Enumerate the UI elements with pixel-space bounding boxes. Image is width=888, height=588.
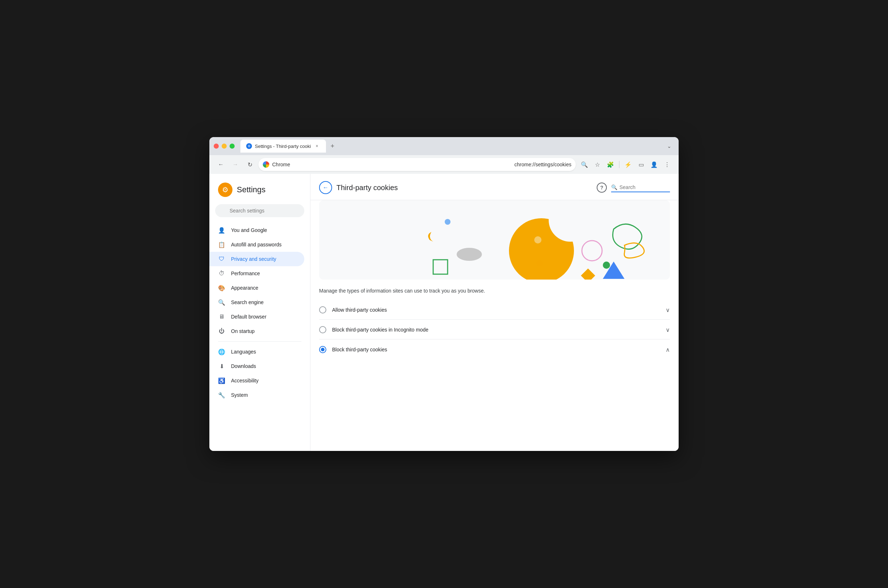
sidebar-divider xyxy=(218,341,301,342)
svg-point-6 xyxy=(457,248,482,261)
settings-container: ⚙ Settings 👤 You and Google 📋 Autofill a… xyxy=(209,174,679,451)
sidebar-item-performance[interactable]: ⏱ Performance xyxy=(209,266,304,280)
svg-rect-7 xyxy=(433,260,448,274)
page-header-right: ? 🔍 xyxy=(597,183,670,193)
tab-favicon: ⚙ xyxy=(246,143,252,149)
appearance-icon: 🎨 xyxy=(218,284,225,291)
radio-chevron-allow: ∨ xyxy=(666,307,670,314)
you-and-google-icon: 👤 xyxy=(218,226,225,234)
sidebar-item-on-startup[interactable]: ⏻ On startup xyxy=(209,324,304,338)
url-text: chrome://settings/cookies xyxy=(514,162,571,167)
sidebar-label-performance: Performance xyxy=(231,270,260,276)
header-search: 🔍 xyxy=(611,183,670,192)
sidebar-item-you-and-google[interactable]: 👤 You and Google xyxy=(209,223,304,237)
downloads-icon: ⬇ xyxy=(218,363,225,370)
search-settings-bar xyxy=(215,204,304,217)
sidebar-label-languages: Languages xyxy=(231,349,256,355)
zoom-icon[interactable]: 🔍 xyxy=(578,159,590,170)
languages-icon: 🌐 xyxy=(218,348,225,356)
sidebar-item-search-engine[interactable]: 🔍 Search engine xyxy=(209,295,304,309)
sidebar-items-group2: 🌐 Languages ⬇ Downloads ♿ Accessibility … xyxy=(209,345,310,402)
tab-title: Settings - Third-party cooki xyxy=(255,144,311,149)
page-header: ← Third-party cookies ? 🔍 xyxy=(310,174,679,200)
sidebar: ⚙ Settings 👤 You and Google 📋 Autofill a… xyxy=(209,174,310,451)
main-content: ← Third-party cookies ? 🔍 xyxy=(310,174,679,451)
header-search-input[interactable] xyxy=(619,184,670,190)
cookie-illustration xyxy=(319,200,670,280)
nav-right-icons: 🔍 ☆ 🧩 ⚡ ▭ 👤 ⋮ xyxy=(578,159,673,170)
sidebar-label-appearance: Appearance xyxy=(231,285,258,291)
settings-logo: ⚙ xyxy=(218,183,233,197)
sidebar-items-group: 👤 You and Google 📋 Autofill and password… xyxy=(209,223,310,338)
minimize-window-button[interactable] xyxy=(222,144,227,148)
sidebar-item-languages[interactable]: 🌐 Languages xyxy=(209,345,304,359)
new-tab-button[interactable]: + xyxy=(328,141,338,151)
sidebar-label-search-engine: Search engine xyxy=(231,299,263,305)
radio-label-block: Block third-party cookies xyxy=(332,346,660,352)
sidebar-item-accessibility[interactable]: ♿ Accessibility xyxy=(209,374,304,388)
forward-nav-button[interactable]: → xyxy=(230,159,241,170)
description-text: Manage the types of information sites ca… xyxy=(310,280,679,300)
tab-bar: ⚙ Settings - Third-party cooki × + xyxy=(240,140,661,153)
search-settings-wrapper xyxy=(215,204,304,217)
default-browser-icon: 🖥 xyxy=(218,313,225,320)
radio-chevron-block: ∧ xyxy=(666,346,670,353)
radio-options: Allow third-party cookies ∨ Block third-… xyxy=(310,300,679,359)
refresh-nav-button[interactable]: ↻ xyxy=(244,159,255,170)
sidebar-label-default-browser: Default browser xyxy=(231,314,266,320)
back-arrow-icon: ← xyxy=(323,184,329,191)
search-settings-input[interactable] xyxy=(215,204,304,217)
svg-point-1 xyxy=(549,200,592,242)
close-window-button[interactable] xyxy=(214,144,219,148)
labs-icon[interactable]: ⚡ xyxy=(622,159,634,170)
back-nav-button[interactable]: ← xyxy=(215,159,227,170)
traffic-lights xyxy=(214,144,234,148)
sidebar-toggle-icon[interactable]: ▭ xyxy=(635,159,647,170)
bookmark-icon[interactable]: ☆ xyxy=(592,159,603,170)
sidebar-label-you-and-google: You and Google xyxy=(231,227,267,233)
window-expand-button[interactable]: ⌄ xyxy=(664,141,674,151)
svg-point-8 xyxy=(582,241,602,261)
tab-close-button[interactable]: × xyxy=(314,143,320,149)
svg-point-3 xyxy=(523,251,530,258)
window-controls: ⌄ xyxy=(664,141,674,151)
sidebar-label-on-startup: On startup xyxy=(231,328,254,334)
settings-logo-area: ⚙ Settings xyxy=(209,180,310,204)
back-button[interactable]: ← xyxy=(319,181,332,194)
radio-label-allow: Allow third-party cookies xyxy=(332,307,660,313)
sidebar-label-system: System xyxy=(231,392,248,398)
radio-option-block[interactable]: Block third-party cookies ∧ xyxy=(319,340,670,359)
sidebar-item-default-browser[interactable]: 🖥 Default browser xyxy=(209,309,304,324)
settings-title: Settings xyxy=(237,185,266,194)
sidebar-label-autofill: Autofill and passwords xyxy=(231,242,282,248)
sidebar-item-downloads[interactable]: ⬇ Downloads xyxy=(209,359,304,374)
extension-icon[interactable]: 🧩 xyxy=(605,159,616,170)
help-icon[interactable]: ? xyxy=(597,183,607,193)
navigation-bar: ← → ↻ Chrome chrome://settings/cookies 🔍… xyxy=(209,155,679,174)
sidebar-item-autofill[interactable]: 📋 Autofill and passwords xyxy=(209,237,304,252)
address-bar[interactable]: Chrome chrome://settings/cookies xyxy=(258,158,576,171)
sidebar-label-privacy: Privacy and security xyxy=(231,256,276,262)
profile-icon[interactable]: 👤 xyxy=(648,159,660,170)
radio-circle-block-incognito xyxy=(319,326,326,333)
active-tab[interactable]: ⚙ Settings - Third-party cooki × xyxy=(240,140,326,153)
autofill-icon: 📋 xyxy=(218,241,225,248)
radio-chevron-block-incognito: ∨ xyxy=(666,327,670,333)
radio-circle-block xyxy=(319,346,326,353)
svg-point-0 xyxy=(445,219,451,225)
radio-option-allow[interactable]: Allow third-party cookies ∨ xyxy=(319,300,670,320)
on-startup-icon: ⏻ xyxy=(218,327,225,335)
radio-option-block-incognito[interactable]: Block third-party cookies in Incognito m… xyxy=(319,320,670,339)
chrome-logo-icon xyxy=(263,161,269,168)
nav-divider xyxy=(619,161,619,168)
title-bar: ⚙ Settings - Third-party cooki × + ⌄ xyxy=(209,137,679,155)
sidebar-label-accessibility: Accessibility xyxy=(231,378,258,384)
svg-point-9 xyxy=(603,261,610,269)
sidebar-item-appearance[interactable]: 🎨 Appearance xyxy=(209,280,304,295)
sidebar-item-system[interactable]: 🔧 System xyxy=(209,388,304,402)
svg-rect-10 xyxy=(581,268,595,280)
menu-icon[interactable]: ⋮ xyxy=(661,159,673,170)
sidebar-item-privacy[interactable]: 🛡 Privacy and security xyxy=(209,252,304,266)
sidebar-label-downloads: Downloads xyxy=(231,363,256,369)
maximize-window-button[interactable] xyxy=(230,144,234,148)
